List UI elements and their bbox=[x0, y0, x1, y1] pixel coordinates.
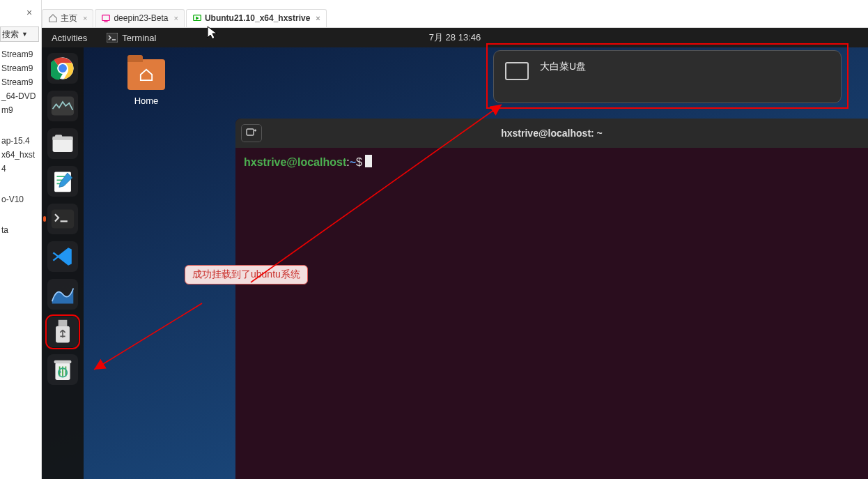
tab-label: 主页 bbox=[61, 13, 77, 24]
list-item[interactable]: _64-DVD bbox=[0, 89, 39, 103]
annotation-label: 成功挂载到了ubuntu系统 bbox=[185, 265, 308, 284]
list-item[interactable]: ap-15.4 bbox=[0, 134, 39, 148]
tab-home[interactable]: 主页 × bbox=[42, 9, 93, 27]
list-item[interactable]: Stream9 bbox=[0, 47, 39, 61]
new-tab-button[interactable] bbox=[241, 124, 262, 142]
dock-files[interactable] bbox=[47, 128, 78, 159]
vm-tabbar: 主页 × deepin23-Beta × Ubuntu21.10_x64_hxs… bbox=[42, 8, 868, 28]
svg-rect-14 bbox=[59, 320, 68, 326]
host-sidebar: × 搜索 ▼ Stream9 Stream9 Stream9 _64-DVD m… bbox=[0, 0, 42, 479]
dock-chrome[interactable] bbox=[47, 53, 78, 84]
ubuntu-desktop: Activities Terminal 7月 28 13:46 bbox=[42, 28, 868, 479]
svg-rect-3 bbox=[107, 33, 118, 43]
tab-label: Ubuntu21.10_x64_hxstrive bbox=[205, 13, 310, 23]
prompt-user: hxstrive@localhost bbox=[244, 156, 346, 168]
dock-vscode[interactable] bbox=[47, 241, 78, 272]
tab-label: deepin23-Beta bbox=[114, 13, 168, 23]
vm-icon bbox=[101, 13, 111, 23]
list-item[interactable]: Stream9 bbox=[0, 61, 39, 75]
annotation-highlight-notif: 大白菜U盘 bbox=[486, 43, 848, 109]
vm-run-icon bbox=[192, 13, 202, 23]
terminal-title: hxstrive@localhost: ~ bbox=[235, 128, 868, 139]
dock-monitor[interactable] bbox=[47, 91, 78, 121]
terminal-body[interactable]: hxstrive@localhost:~$ bbox=[235, 148, 868, 176]
list-item[interactable]: Stream9 bbox=[0, 75, 39, 89]
annotation-text: 成功挂载到了ubuntu系统 bbox=[192, 268, 300, 280]
svg-rect-17 bbox=[54, 360, 72, 363]
terminal-header: hxstrive@localhost: ~ bbox=[235, 119, 868, 148]
svg-rect-13 bbox=[52, 209, 74, 228]
close-icon[interactable]: × bbox=[174, 14, 178, 22]
terminal-window: hxstrive@localhost: ~ hxstrive@localhost… bbox=[235, 119, 868, 479]
dock-terminal[interactable] bbox=[47, 204, 78, 234]
dock-wireshark[interactable] bbox=[47, 279, 78, 310]
svg-rect-11 bbox=[55, 135, 62, 137]
search-label: 搜索 bbox=[2, 29, 19, 40]
list-item[interactable]: m9 bbox=[0, 103, 39, 117]
dock-trash[interactable] bbox=[47, 354, 78, 385]
list-item[interactable]: 4 bbox=[0, 162, 39, 176]
svg-rect-19 bbox=[247, 129, 254, 135]
host-vm-list: Stream9 Stream9 Stream9 _64-DVD m9 ap-15… bbox=[0, 47, 39, 237]
tab-ubuntu[interactable]: Ubuntu21.10_x64_hxstrive × bbox=[186, 9, 327, 27]
list-item[interactable]: o-V10 bbox=[0, 192, 39, 206]
home-glyph-icon bbox=[139, 68, 154, 82]
list-item[interactable]: ta bbox=[0, 223, 39, 237]
close-icon[interactable]: × bbox=[83, 14, 87, 22]
home-icon bbox=[48, 13, 58, 23]
clock-text: 7月 28 13:46 bbox=[429, 32, 481, 43]
dock bbox=[42, 47, 84, 479]
notification-title: 大白菜U盘 bbox=[540, 61, 586, 73]
list-item[interactable]: x64_hxst bbox=[0, 148, 39, 162]
tab-deepin[interactable]: deepin23-Beta × bbox=[95, 9, 185, 27]
close-icon[interactable]: × bbox=[316, 14, 320, 22]
folder-icon bbox=[127, 59, 165, 90]
prompt-dollar: $ bbox=[356, 156, 362, 168]
dock-editor[interactable] bbox=[47, 166, 78, 197]
dropdown-icon: ▼ bbox=[22, 31, 28, 38]
host-search[interactable]: 搜索 ▼ bbox=[0, 26, 39, 42]
svg-rect-1 bbox=[104, 21, 108, 22]
svg-rect-0 bbox=[102, 15, 110, 21]
activities-label: Activities bbox=[52, 33, 87, 43]
desktop-home-folder[interactable]: Home bbox=[118, 59, 174, 106]
activities-button[interactable]: Activities bbox=[42, 28, 97, 47]
terminal-icon bbox=[107, 33, 118, 43]
desktop-icon-label: Home bbox=[118, 96, 174, 106]
app-menu[interactable]: Terminal bbox=[97, 28, 166, 47]
drive-icon bbox=[505, 62, 529, 80]
close-icon[interactable]: × bbox=[26, 7, 32, 18]
app-menu-label: Terminal bbox=[122, 33, 156, 43]
cursor bbox=[365, 155, 372, 167]
dock-usb[interactable] bbox=[47, 317, 78, 347]
prompt-path: ~ bbox=[350, 156, 356, 168]
usb-notification[interactable]: 大白菜U盘 bbox=[493, 50, 842, 103]
